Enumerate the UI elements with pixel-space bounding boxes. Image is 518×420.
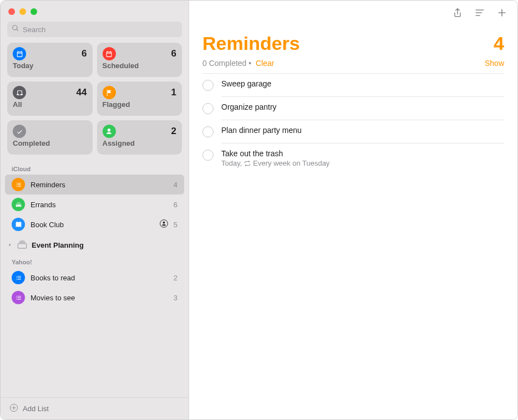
add-reminder-button[interactable] xyxy=(496,7,507,21)
reminder-sweep-garage[interactable]: Sweep garage xyxy=(202,74,504,96)
list-count: 4 xyxy=(174,181,177,189)
reminder-title: Sweep garage xyxy=(221,79,504,88)
close-window-button[interactable] xyxy=(8,8,15,15)
list-reminders[interactable]: Reminders 4 xyxy=(5,175,184,194)
complete-toggle[interactable] xyxy=(202,126,214,137)
list-icon xyxy=(12,178,25,191)
search-icon xyxy=(12,24,19,34)
flag-icon xyxy=(103,86,116,99)
list-label: Errands xyxy=(31,201,168,209)
completed-count-text: 0 Completed xyxy=(202,59,246,68)
list-count: 5 xyxy=(174,221,177,229)
list-movies-to-see[interactable]: Movies to see 3 xyxy=(5,288,184,308)
add-list-label: Add List xyxy=(23,404,49,413)
share-button[interactable] xyxy=(452,7,463,21)
list-count: 6 xyxy=(174,201,177,209)
smart-label: Scheduled xyxy=(103,62,177,70)
group-event-planning[interactable]: Event Planning xyxy=(5,234,184,255)
smart-count: 6 xyxy=(171,48,176,59)
add-list-button[interactable]: Add List xyxy=(1,397,189,419)
complete-toggle[interactable] xyxy=(202,103,214,114)
smart-all[interactable]: 44 All xyxy=(7,81,93,116)
smart-completed[interactable]: Completed xyxy=(7,120,93,155)
view-options-button[interactable] xyxy=(474,7,485,21)
smart-count: 44 xyxy=(77,87,87,98)
smart-flagged[interactable]: 1 Flagged xyxy=(97,81,182,116)
reminder-plan-dinner-party[interactable]: Plan dinner party menu xyxy=(202,120,504,143)
show-completed-button[interactable]: Show xyxy=(485,59,504,68)
section-icloud-header: iCloud xyxy=(5,162,184,175)
car-icon xyxy=(12,198,25,211)
main-panel: Reminders 4 0 Completed • Clear Show Swe… xyxy=(189,1,517,419)
complete-toggle[interactable] xyxy=(202,80,214,91)
list-icon xyxy=(12,271,25,284)
search-input[interactable] xyxy=(23,25,177,34)
shared-icon xyxy=(160,219,168,229)
smart-label: Flagged xyxy=(103,100,177,109)
list-count: 4 xyxy=(494,33,504,54)
smart-label: Assigned xyxy=(103,139,177,147)
smart-label: Completed xyxy=(13,139,87,147)
list-count: 3 xyxy=(174,294,177,302)
meta-dot: • xyxy=(248,59,253,68)
sidebar: 6 Today 6 Scheduled 44 All 1 Flagged Com… xyxy=(1,1,189,419)
search-box[interactable] xyxy=(7,22,182,37)
list-label: Book Club xyxy=(31,221,154,229)
smart-count: 2 xyxy=(171,126,176,137)
reminder-title: Organize pantry xyxy=(221,103,504,111)
group-label: Event Planning xyxy=(32,241,84,249)
reminder-title: Take out the trash xyxy=(221,149,504,158)
list-book-club[interactable]: Book Club 5 xyxy=(5,214,184,234)
stack-icon xyxy=(16,239,28,251)
check-icon xyxy=(13,125,26,138)
minimize-window-button[interactable] xyxy=(19,8,26,15)
list-title: Reminders xyxy=(202,33,300,54)
plus-circle-icon xyxy=(9,403,18,414)
traffic-lights xyxy=(1,1,189,19)
window: 6 Today 6 Scheduled 44 All 1 Flagged Com… xyxy=(0,0,518,420)
book-icon xyxy=(12,218,25,231)
calendar-icon xyxy=(13,47,26,60)
list-books-to-read[interactable]: Books to read 2 xyxy=(5,268,184,288)
toolbar xyxy=(189,1,517,23)
reminder-organize-pantry[interactable]: Organize pantry xyxy=(202,97,504,120)
smart-count: 6 xyxy=(82,48,87,59)
smart-count: 1 xyxy=(171,87,176,98)
reminder-subtitle: Today, Every week on Tuesday xyxy=(221,159,504,167)
list-label: Reminders xyxy=(31,181,168,189)
calendar-icon xyxy=(103,47,116,60)
clear-button[interactable]: Clear xyxy=(256,59,274,68)
smart-assigned[interactable]: 2 Assigned xyxy=(97,120,182,155)
smart-today[interactable]: 6 Today xyxy=(7,43,93,77)
list-label: Movies to see xyxy=(31,294,168,302)
fullscreen-window-button[interactable] xyxy=(31,8,37,15)
list-count: 2 xyxy=(174,274,177,282)
smart-label: Today xyxy=(13,62,87,70)
chevron-right-icon xyxy=(7,241,13,249)
reminder-take-out-trash[interactable]: Take out the trash Today, Every week on … xyxy=(202,144,504,173)
tray-icon xyxy=(13,86,26,99)
list-icon xyxy=(12,291,25,304)
person-icon xyxy=(103,125,116,138)
list-label: Books to read xyxy=(31,274,168,282)
smart-label: All xyxy=(13,100,87,109)
section-yahoo-header: Yahoo! xyxy=(5,255,184,268)
smart-scheduled[interactable]: 6 Scheduled xyxy=(97,43,182,77)
list-errands[interactable]: Errands 6 xyxy=(5,194,184,214)
reminder-title: Plan dinner party menu xyxy=(221,126,504,135)
complete-toggle[interactable] xyxy=(202,150,214,161)
repeat-icon xyxy=(244,160,251,167)
